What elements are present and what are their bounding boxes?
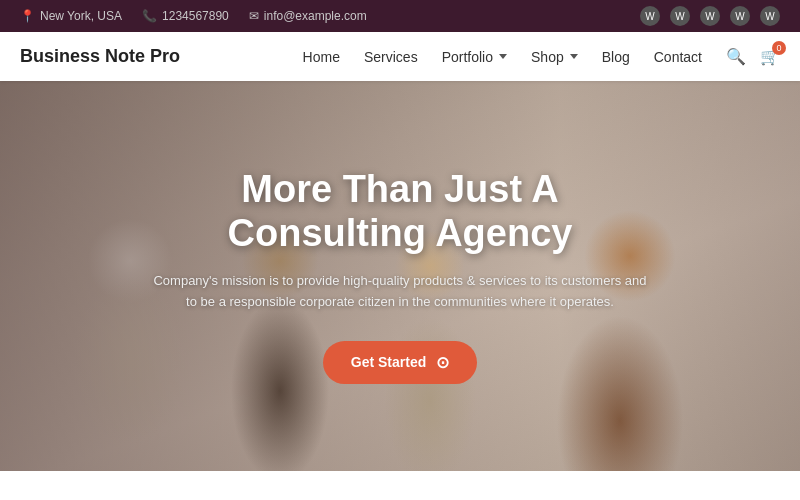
social-icon-4[interactable]: W [730, 6, 750, 26]
nav-home[interactable]: Home [303, 49, 340, 65]
hero-content: More Than Just A Consulting Agency Compa… [150, 168, 650, 384]
nav-blog[interactable]: Blog [602, 49, 630, 65]
site-logo: Business Note Pro [20, 46, 180, 67]
location-icon: 📍 [20, 9, 35, 23]
cart-badge: 0 [772, 41, 786, 55]
header: Business Note Pro Home Services Portfoli… [0, 32, 800, 81]
phone-item: 📞 1234567890 [142, 9, 229, 23]
email-item: ✉ info@example.com [249, 9, 367, 23]
main-nav: Home Services Portfolio Shop Blog Contac… [303, 47, 780, 66]
social-icon-2[interactable]: W [670, 6, 690, 26]
top-bar: 📍 New York, USA 📞 1234567890 ✉ info@exam… [0, 0, 800, 32]
get-started-button[interactable]: Get Started ⊙ [323, 341, 477, 384]
location-text: New York, USA [40, 9, 122, 23]
social-icon-1[interactable]: W [640, 6, 660, 26]
cta-label: Get Started [351, 354, 426, 370]
portfolio-chevron-icon [499, 54, 507, 59]
top-bar-left: 📍 New York, USA 📞 1234567890 ✉ info@exam… [20, 9, 367, 23]
nav-shop[interactable]: Shop [531, 49, 578, 65]
nav-icons: 🔍 🛒 0 [726, 47, 780, 66]
hero-subtitle: Company's mission is to provide high-qua… [150, 271, 650, 313]
cart-wrapper[interactable]: 🛒 0 [760, 47, 780, 66]
phone-icon: 📞 [142, 9, 157, 23]
phone-text: 1234567890 [162, 9, 229, 23]
search-icon[interactable]: 🔍 [726, 47, 746, 66]
location-item: 📍 New York, USA [20, 9, 122, 23]
top-bar-right: W W W W W [640, 6, 780, 26]
cta-arrow-icon: ⊙ [436, 353, 449, 372]
email-icon: ✉ [249, 9, 259, 23]
nav-portfolio[interactable]: Portfolio [442, 49, 507, 65]
social-icon-5[interactable]: W [760, 6, 780, 26]
email-text: info@example.com [264, 9, 367, 23]
hero-section: More Than Just A Consulting Agency Compa… [0, 81, 800, 471]
nav-contact[interactable]: Contact [654, 49, 702, 65]
hero-title: More Than Just A Consulting Agency [150, 168, 650, 255]
nav-services[interactable]: Services [364, 49, 418, 65]
social-icon-3[interactable]: W [700, 6, 720, 26]
shop-chevron-icon [570, 54, 578, 59]
